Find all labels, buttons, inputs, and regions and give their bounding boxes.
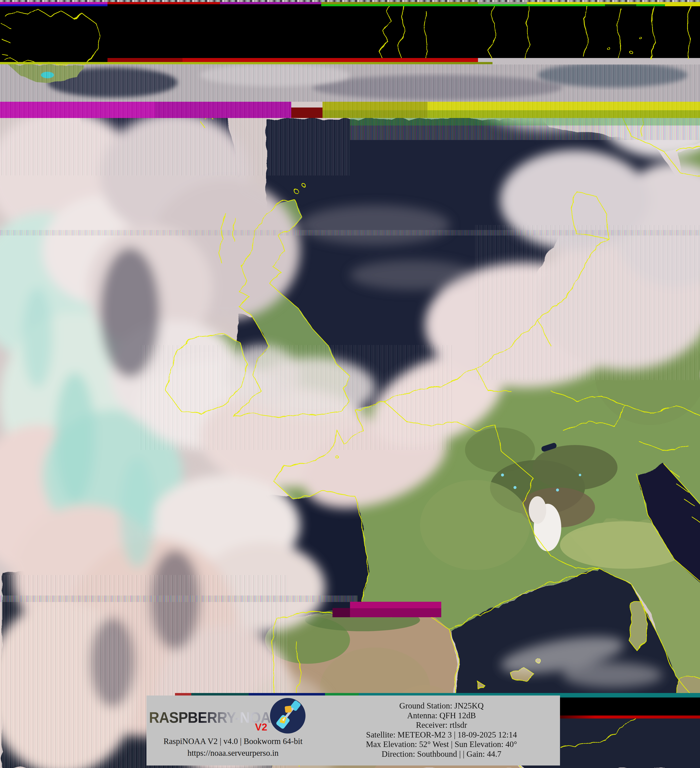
satellite-image-screen: RASPBERRY-NOAA V2 RaspiNOAA V2 | v4.0 | … [0,0,700,768]
header-black-region [0,0,700,64]
glitch-black-bottom-right [560,698,700,715]
top-strip [0,58,700,102]
glitch-band-green-top-2 [636,4,665,6]
footer-right-column: Ground Station: JN25KQ Antenna: QFH 12dB… [316,701,566,759]
glitch-band-blue-top [0,4,107,6]
glitch-band-olive-top [321,2,478,4]
footer-receiver: Receiver: rtlsdr [316,720,566,730]
footer-left-column: RASPBERRY-NOAA V2 RaspiNOAA V2 | v4.0 | … [148,696,318,758]
glitch-band-green-translucent [350,118,700,125]
glitch-band-black-top [107,4,321,6]
glitch-band-yellow-top-right [665,4,700,6]
glitch-band-yellowgreen [0,62,492,64]
footer-ground-station: Ground Station: JN25KQ [316,701,566,711]
glitch-band-magenta-texture [0,102,291,118]
footer-satellite: Satellite: METEOR-M2 3 | 18-09-2025 12:1… [316,730,566,740]
glitch-block-purple-bright [350,602,441,608]
glitch-band-red-mid-dark [107,58,182,62]
footer-overlay: RASPBERRY-NOAA V2 RaspiNOAA V2 | v4.0 | … [147,696,560,765]
footer-elevation: Max Elevation: 52° West | Sun Elevation:… [316,739,566,749]
glitch-block-darkred [291,107,323,118]
glitch-band-green-dark-gap [605,4,636,6]
glitch-band-red-top [107,2,220,4]
glitch-block-purple-dark [332,608,350,617]
glitch-band-yellow-top [527,2,700,4]
footer-direction-gain: Direction: Southbound | | Gain: 44.7 [316,749,566,759]
footer-url: https://noaa.serveurperso.in [148,749,318,758]
satellite-logo-icon [270,698,306,734]
logo-version-badge: V2 [255,722,267,733]
satellite-map [0,0,700,768]
glitch-band-grayolive-top [478,2,527,4]
footer-system-line: RaspiNOAA V2 | v4.0 | Bookworm 64-bit [148,736,318,746]
logo-row: RASPBERRY-NOAA V2 [148,696,318,735]
glitch-redline-bottom-right [560,715,700,718]
glitch-band-green-top [321,4,605,6]
footer-antenna: Antenna: QFH 12dB [316,711,566,720]
glitch-band-yellow-texture [323,102,700,118]
glitch-band-purple-top [220,2,321,4]
glitch-band-magenta-top [0,2,107,4]
glitch-top-noise-row [0,0,700,2]
